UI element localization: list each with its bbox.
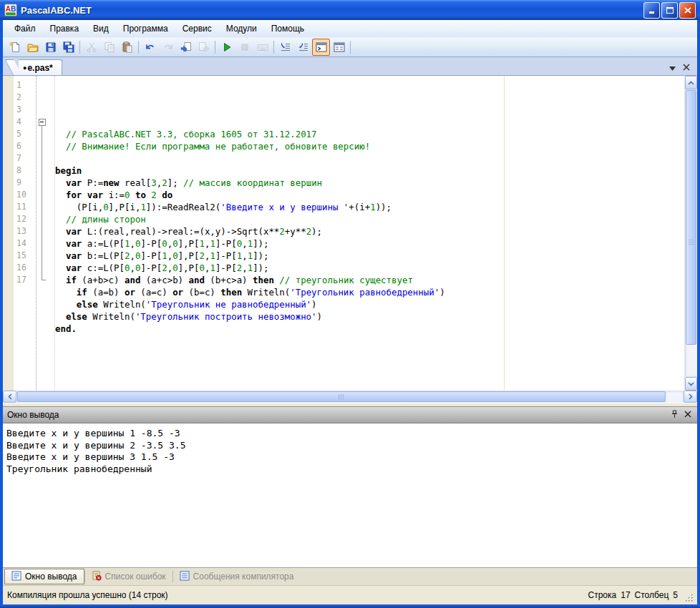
paste-button[interactable]: [118, 39, 136, 56]
scroll-left-icon[interactable]: [3, 391, 16, 403]
output-tab-icon: [11, 571, 21, 583]
copy-button[interactable]: [100, 39, 118, 56]
fold-collapse-icon[interactable]: [37, 116, 49, 128]
toggle-output-window-button[interactable]: [312, 39, 330, 56]
bottom-tab-1[interactable]: Список ошибок: [85, 569, 172, 584]
app-icon: AB: [4, 4, 17, 16]
code-line[interactable]: var b:=L(P[2,0]-P[1,0],P[2,1]-P[1,1]);: [55, 250, 684, 262]
bottom-tab-label: Список ошибок: [105, 572, 166, 582]
cut-button[interactable]: [82, 39, 100, 56]
horizontal-scroll-track[interactable]: [16, 391, 684, 403]
scroll-down-icon[interactable]: [685, 377, 697, 391]
code-line[interactable]: else Writeln('Треугольник не равнобедрен…: [55, 298, 684, 310]
horizontal-scrollbar[interactable]: [3, 391, 697, 403]
code-line[interactable]: var a:=L(P[1,0]-P[0,0],P[1,1]-P[0,1]);: [55, 237, 684, 250]
nav-forward-button[interactable]: [195, 39, 213, 56]
bottom-tab-0[interactable]: Окно вывода: [4, 569, 84, 584]
output-line: Введите x и y вершины 1 -8.5 -3: [6, 428, 697, 440]
status-line-value: 17: [621, 590, 630, 600]
chevron-down-icon[interactable]: [669, 64, 676, 72]
code-line[interactable]: [55, 152, 684, 165]
nav-back-button[interactable]: [177, 39, 195, 56]
code-line[interactable]: var L:(real,real)->real:=(x,y)->Sqrt(x**…: [55, 225, 684, 237]
window-title: PascalABC.NET: [21, 5, 642, 16]
bottom-tab-2[interactable]: Сообщения компилятора: [173, 569, 301, 584]
document-tab-label: e.pas*: [27, 63, 52, 73]
run-without-debug-button[interactable]: [253, 39, 271, 56]
vertical-scrollbar[interactable]: [684, 76, 697, 391]
output-line: Введите x и y вершины 3 1.5 -3: [6, 451, 697, 464]
code-line[interactable]: // PascalABC.NET 3.3, сборка 1605 от 31.…: [55, 128, 684, 140]
window-bottom-border: [0, 604, 700, 608]
toggle-structure-window-button[interactable]: [330, 39, 348, 56]
toolbar-separator: [273, 41, 274, 54]
compiler-messages-icon: [180, 571, 190, 583]
line-number: 6: [16, 140, 36, 152]
code-line[interactable]: var P:=new real[3,2]; // массив координа…: [55, 177, 684, 189]
close-document-icon[interactable]: [683, 64, 690, 72]
line-number: 4: [16, 116, 36, 128]
scroll-up-icon[interactable]: [685, 76, 697, 89]
line-number: 9: [16, 177, 36, 189]
menu-item-2[interactable]: Вид: [86, 20, 116, 37]
code-line[interactable]: if (a+b>c) and (a+c>b) and (b+c>a) then …: [55, 274, 684, 286]
save-all-button[interactable]: [59, 39, 77, 56]
line-number: 17: [16, 274, 36, 286]
fold-marker: [37, 213, 49, 225]
redo-button[interactable]: [159, 39, 177, 56]
menu-item-6[interactable]: Помощь: [264, 20, 311, 37]
status-message: Компиляция прошла успешно (14 строк): [7, 590, 168, 600]
code-area[interactable]: // PascalABC.NET 3.3, сборка 1605 от 31.…: [49, 76, 684, 391]
menu-item-0[interactable]: Файл: [7, 20, 43, 37]
undo-button[interactable]: [141, 39, 159, 56]
document-tab[interactable]: ● e.pas*: [19, 59, 62, 75]
format-indent-button[interactable]: [276, 39, 294, 56]
stop-button[interactable]: [235, 39, 253, 56]
line-number: 11: [16, 201, 36, 213]
format-unindent-button[interactable]: [294, 39, 312, 56]
code-line[interactable]: for var i:=0 to 2 do: [55, 189, 684, 201]
fold-marker: [37, 140, 49, 152]
close-button[interactable]: [679, 2, 696, 19]
maximize-button[interactable]: [661, 2, 678, 19]
horizontal-scroll-thumb[interactable]: [17, 391, 666, 402]
output-line: Треугольник равнобедренный: [6, 464, 697, 476]
error-list-icon: [92, 571, 102, 583]
code-line[interactable]: // длины сторон: [55, 213, 684, 225]
menu-item-5[interactable]: Модули: [219, 20, 264, 37]
menu-item-1[interactable]: Правка: [43, 20, 87, 37]
fold-marker: [37, 177, 49, 189]
output-line: Введите x и y вершины 2 -3.5 3.5: [6, 440, 697, 452]
app-window: AB PascalABC.NET ФайлПравкаВидПрограммаС…: [0, 0, 700, 608]
code-line[interactable]: end.: [55, 323, 684, 335]
status-col-value: 5: [673, 590, 678, 600]
menu-item-4[interactable]: Сервис: [175, 20, 219, 37]
code-line[interactable]: // Внимание! Если программа не работает,…: [55, 140, 684, 152]
new-file-button[interactable]: [6, 39, 24, 56]
status-col-label: Столбец: [635, 590, 669, 600]
menu-bar: ФайлПравкаВидПрограммаСервисМодулиПомощь: [3, 20, 697, 37]
line-number: 15: [16, 250, 36, 262]
status-line-label: Строка: [588, 590, 617, 600]
code-line[interactable]: var c:=L(P[0,0]-P[2,0],P[0,1]-P[2,1]);: [55, 262, 684, 274]
line-number: 2: [16, 92, 36, 104]
close-panel-icon[interactable]: [684, 410, 691, 420]
code-line[interactable]: begin: [55, 165, 684, 177]
code-line[interactable]: if (a=b) or (a=c) or (b=c) then Writeln(…: [55, 286, 684, 298]
output-console: Введите x и y вершины 1 -8.5 -3Введите x…: [3, 423, 697, 567]
menu-item-3[interactable]: Программа: [116, 20, 175, 37]
code-line[interactable]: else Writeln('Треугольник построить нево…: [55, 310, 684, 323]
minimize-button[interactable]: [643, 2, 660, 19]
vertical-scroll-track[interactable]: [685, 89, 697, 377]
line-number: 12: [16, 213, 36, 225]
line-number: 1: [16, 79, 36, 92]
open-file-button[interactable]: [24, 39, 42, 56]
pin-icon[interactable]: [671, 410, 679, 421]
line-number: 7: [16, 152, 36, 165]
save-file-button[interactable]: [42, 39, 59, 56]
vertical-scroll-thumb[interactable]: [686, 90, 696, 345]
run-button[interactable]: [218, 39, 235, 56]
resize-grip[interactable]: [685, 594, 694, 603]
scroll-right-icon[interactable]: [684, 391, 697, 403]
code-line[interactable]: (P[i,0],P[i,1]):=ReadReal2('Введите x и …: [55, 201, 684, 213]
